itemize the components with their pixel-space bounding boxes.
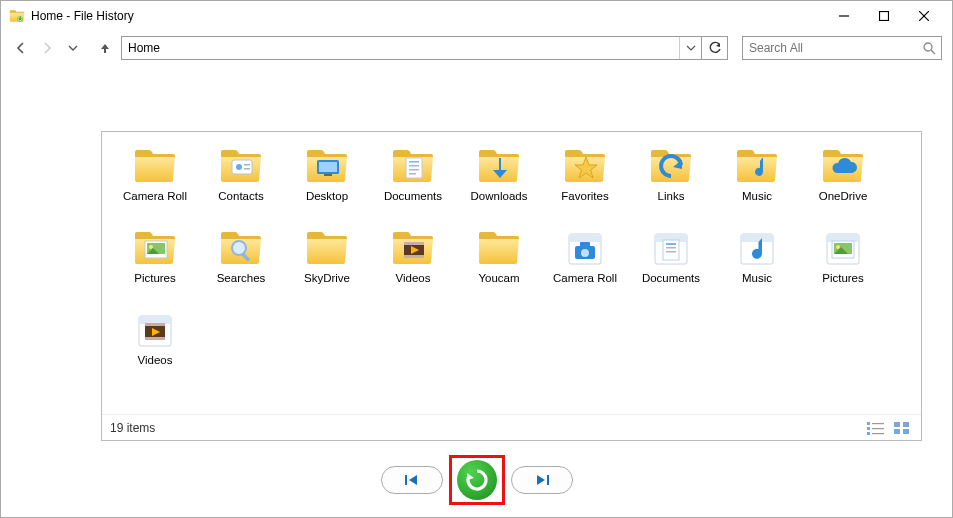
nav-bar xyxy=(1,31,952,65)
app-icon xyxy=(9,8,25,24)
lib-camera-icon xyxy=(563,226,607,270)
grid-item[interactable]: Videos xyxy=(112,308,198,390)
grid-item[interactable]: Music xyxy=(714,226,800,308)
grid-item[interactable]: Downloads xyxy=(456,144,542,226)
grid-item[interactable]: Links xyxy=(628,144,714,226)
grid-item[interactable]: Camera Roll xyxy=(112,144,198,226)
folder-icon xyxy=(477,226,521,270)
up-button[interactable] xyxy=(95,38,115,58)
grid-item[interactable]: Pictures xyxy=(800,226,886,308)
svg-rect-18 xyxy=(409,165,419,167)
address-input[interactable] xyxy=(122,37,679,59)
refresh-button[interactable] xyxy=(701,37,727,59)
search-input[interactable] xyxy=(743,41,917,55)
grid-item-label: Videos xyxy=(396,272,431,284)
svg-rect-40 xyxy=(145,323,165,326)
folder-cloud-icon xyxy=(821,144,865,188)
back-button[interactable] xyxy=(11,38,31,58)
lib-pic-icon xyxy=(821,226,865,270)
recent-locations-button[interactable] xyxy=(63,38,83,58)
grid-item-label: Pictures xyxy=(822,272,864,284)
grid-item-label: Documents xyxy=(384,190,442,202)
folder-docs-icon xyxy=(391,144,435,188)
svg-rect-51 xyxy=(903,429,909,434)
lib-docs-icon xyxy=(649,226,693,270)
forward-button[interactable] xyxy=(37,38,57,58)
folder-fav-icon xyxy=(563,144,607,188)
svg-rect-43 xyxy=(872,423,884,424)
grid-item-label: OneDrive xyxy=(819,190,868,202)
grid-item-label: Searches xyxy=(217,272,266,284)
maximize-button[interactable] xyxy=(864,2,904,30)
grid-item[interactable]: Camera Roll xyxy=(542,226,628,308)
content-panel: Camera RollContactsDesktopDocumentsDownl… xyxy=(101,131,922,441)
svg-point-31 xyxy=(581,249,589,257)
folder-search-icon xyxy=(219,226,263,270)
previous-version-button[interactable] xyxy=(381,466,443,494)
svg-rect-20 xyxy=(409,173,416,175)
title-bar: Home - File History xyxy=(1,1,952,31)
restore-button[interactable] xyxy=(457,460,497,500)
grid-item[interactable]: Searches xyxy=(198,226,284,308)
item-count: 19 items xyxy=(110,421,155,435)
svg-rect-53 xyxy=(547,475,549,485)
grid-item-label: Contacts xyxy=(218,190,263,202)
grid-item[interactable]: Music xyxy=(714,144,800,226)
svg-rect-42 xyxy=(867,422,870,425)
grid-item[interactable]: SkyDrive xyxy=(284,226,370,308)
svg-rect-33 xyxy=(666,243,676,245)
folder-icon xyxy=(305,226,349,270)
svg-rect-30 xyxy=(580,242,590,247)
items-grid: Camera RollContactsDesktopDocumentsDownl… xyxy=(112,144,911,406)
svg-rect-48 xyxy=(894,422,900,427)
svg-point-38 xyxy=(836,245,840,249)
status-bar: 19 items xyxy=(102,414,921,440)
search-box[interactable] xyxy=(742,36,942,60)
grid-item[interactable]: Documents xyxy=(628,226,714,308)
svg-rect-35 xyxy=(666,251,676,253)
lib-video-icon xyxy=(133,308,177,352)
grid-item-label: Documents xyxy=(642,272,700,284)
svg-line-8 xyxy=(931,50,935,54)
large-icons-view-button[interactable] xyxy=(891,419,913,437)
folder-links-icon xyxy=(649,144,693,188)
grid-item[interactable]: OneDrive xyxy=(800,144,886,226)
grid-item[interactable]: Videos xyxy=(370,226,456,308)
minimize-button[interactable] xyxy=(824,2,864,30)
lib-music-icon xyxy=(735,226,779,270)
address-dropdown-button[interactable] xyxy=(679,37,701,59)
svg-rect-11 xyxy=(244,164,250,166)
grid-item-label: SkyDrive xyxy=(304,272,350,284)
svg-rect-4 xyxy=(880,12,889,21)
svg-rect-50 xyxy=(894,429,900,434)
svg-rect-41 xyxy=(145,337,165,340)
svg-rect-47 xyxy=(872,433,884,434)
svg-point-7 xyxy=(924,43,932,51)
svg-rect-28 xyxy=(404,255,424,258)
folder-music-icon xyxy=(735,144,779,188)
grid-item-label: Downloads xyxy=(471,190,528,202)
grid-item[interactable]: Pictures xyxy=(112,226,198,308)
grid-item[interactable]: Favorites xyxy=(542,144,628,226)
grid-item[interactable]: Youcam xyxy=(456,226,542,308)
svg-rect-52 xyxy=(405,475,407,485)
grid-item[interactable]: Contacts xyxy=(198,144,284,226)
close-button[interactable] xyxy=(904,2,944,30)
svg-point-10 xyxy=(236,164,242,170)
folder-icon xyxy=(133,144,177,188)
next-version-button[interactable] xyxy=(511,466,573,494)
grid-item-label: Desktop xyxy=(306,190,348,202)
grid-item-label: Camera Roll xyxy=(553,272,617,284)
grid-item[interactable]: Desktop xyxy=(284,144,370,226)
svg-rect-49 xyxy=(903,422,909,427)
svg-rect-15 xyxy=(324,174,332,176)
svg-point-24 xyxy=(232,241,246,255)
details-view-button[interactable] xyxy=(865,419,887,437)
grid-item-label: Links xyxy=(658,190,685,202)
folder-contacts-icon xyxy=(219,144,263,188)
address-bar[interactable] xyxy=(121,36,728,60)
grid-item-label: Youcam xyxy=(478,272,519,284)
grid-item[interactable]: Documents xyxy=(370,144,456,226)
window-title: Home - File History xyxy=(31,9,134,23)
svg-rect-19 xyxy=(409,169,419,171)
